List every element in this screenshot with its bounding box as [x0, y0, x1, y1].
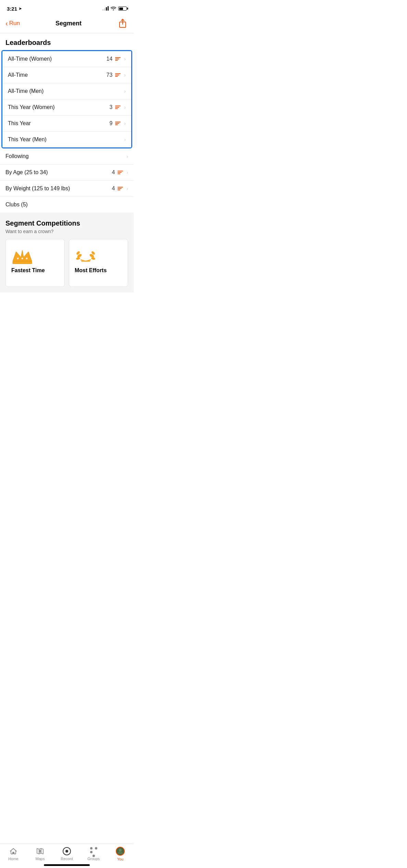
- chevron-right-icon: ›: [126, 170, 128, 175]
- list-item-label: Following: [5, 153, 126, 159]
- share-button[interactable]: [117, 18, 128, 29]
- leaderboard-rank: 3: [109, 104, 112, 110]
- rank-icon: [115, 106, 121, 109]
- page-title: Segment: [56, 20, 82, 27]
- svg-point-6: [26, 258, 28, 260]
- normal-list: Following › By Age (25 to 34) 4 › By Wei…: [0, 148, 134, 213]
- competition-card-efforts[interactable]: Most Efforts: [69, 239, 128, 287]
- crown-icon: [11, 246, 33, 264]
- competition-card-title: Most Efforts: [75, 267, 107, 274]
- svg-point-12: [91, 257, 95, 260]
- rank-icon: [115, 57, 121, 61]
- leaderboard-label: This Year: [8, 120, 109, 126]
- svg-point-4: [17, 258, 19, 260]
- leaderboard-label: All-Time: [8, 72, 107, 78]
- chevron-right-icon: ›: [124, 88, 126, 94]
- list-item-by-age[interactable]: By Age (25 to 34) 4 ›: [0, 165, 134, 181]
- competitions-section: Segment Competitions Want to earn a crow…: [0, 213, 134, 292]
- share-icon: [119, 19, 127, 28]
- leaderboard-box: All-Time (Women) 14 › All-Time 73 › All-…: [1, 50, 132, 148]
- wifi-icon: [111, 6, 116, 11]
- leaderboards-header: Leaderboards: [0, 33, 134, 50]
- leaderboard-item-this-year-men[interactable]: This Year (Men) ›: [2, 132, 131, 147]
- chevron-right-icon: ›: [124, 121, 126, 126]
- location-arrow-icon: ➤: [18, 6, 22, 11]
- competition-card-fastest[interactable]: Fastest Time: [5, 239, 65, 287]
- content-area: Leaderboards All-Time (Women) 14 › All-T…: [0, 33, 134, 323]
- competitions-subtitle: Want to earn a crown?: [5, 229, 128, 234]
- leaderboard-item-all-time[interactable]: All-Time 73 ›: [2, 67, 131, 83]
- rank-icon: [115, 122, 121, 125]
- leaderboard-rank: 9: [109, 120, 112, 126]
- list-item-label: Clubs (5): [5, 202, 128, 208]
- chevron-right-icon: ›: [124, 56, 126, 62]
- leaderboard-label: This Year (Women): [8, 104, 109, 110]
- list-item-by-weight[interactable]: By Weight (125 to 149 lbs) 4 ›: [0, 181, 134, 197]
- rank-icon: [118, 187, 123, 190]
- back-button[interactable]: ‹ Run: [5, 20, 20, 27]
- leaderboard-label: This Year (Men): [8, 136, 124, 143]
- laurel-icon: [75, 246, 97, 264]
- leaderboard-rank: 4: [112, 169, 115, 176]
- leaderboard-rank: 4: [112, 185, 115, 192]
- competitions-title: Segment Competitions: [5, 219, 128, 227]
- chevron-right-icon: ›: [124, 137, 126, 142]
- svg-point-5: [22, 258, 23, 260]
- chevron-right-icon: ›: [124, 105, 126, 110]
- back-label: Run: [9, 20, 20, 27]
- list-item-following[interactable]: Following ›: [0, 148, 134, 165]
- rank-icon: [118, 171, 123, 174]
- competition-card-title: Fastest Time: [11, 267, 45, 274]
- svg-marker-2: [13, 250, 32, 261]
- battery-icon: [118, 7, 127, 11]
- chevron-left-icon: ‹: [5, 20, 8, 27]
- list-item-clubs[interactable]: Clubs (5): [0, 197, 134, 213]
- signal-icon: [102, 7, 109, 11]
- status-bar: 3:21 ➤: [0, 0, 134, 15]
- leaderboard-label: All-Time (Men): [8, 88, 124, 94]
- leaderboard-item-this-year-women[interactable]: This Year (Women) 3 ›: [2, 99, 131, 116]
- nav-bar: ‹ Run Segment: [0, 15, 134, 33]
- leaderboard-item-all-time-women[interactable]: All-Time (Women) 14 ›: [2, 51, 131, 67]
- svg-point-9: [76, 257, 80, 260]
- status-icons: [102, 6, 127, 11]
- chevron-right-icon: ›: [124, 72, 126, 78]
- list-item-label: By Weight (125 to 149 lbs): [5, 185, 112, 192]
- chevron-right-icon: ›: [126, 186, 128, 191]
- leaderboard-item-all-time-men[interactable]: All-Time (Men) ›: [2, 83, 131, 99]
- rank-icon: [115, 73, 121, 77]
- leaderboard-item-this-year[interactable]: This Year 9 ›: [2, 116, 131, 132]
- svg-rect-3: [13, 261, 32, 264]
- chevron-right-icon: ›: [126, 154, 128, 159]
- leaderboard-rank: 73: [107, 72, 113, 78]
- competitions-cards: Fastest Time: [5, 239, 128, 287]
- status-time: 3:21 ➤: [7, 6, 22, 12]
- leaderboard-rank: 14: [107, 56, 113, 62]
- leaderboard-label: All-Time (Women): [8, 56, 107, 62]
- list-item-label: By Age (25 to 34): [5, 169, 112, 176]
